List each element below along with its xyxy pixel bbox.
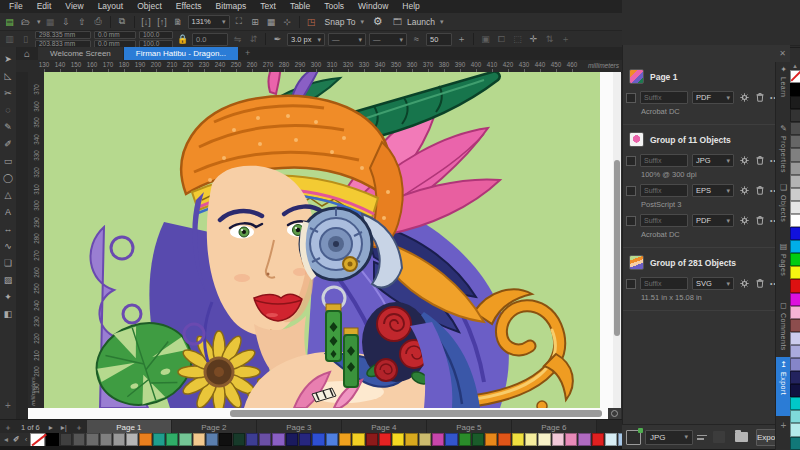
color-swatch[interactable] bbox=[432, 433, 444, 446]
first-page-button[interactable]: ＋ bbox=[0, 420, 16, 434]
color-swatch[interactable] bbox=[790, 279, 800, 292]
right-no-color-swatch[interactable] bbox=[790, 70, 800, 83]
object-size-fields[interactable]: 298.335 mm 203.833 mm bbox=[35, 31, 91, 48]
color-swatch[interactable] bbox=[790, 135, 800, 148]
options-icon[interactable]: ◳ bbox=[305, 16, 318, 28]
ruler-corner[interactable] bbox=[16, 60, 28, 72]
color-swatch[interactable] bbox=[379, 433, 391, 446]
color-swatch[interactable] bbox=[100, 433, 112, 446]
palette-prev-icon[interactable]: ‹ bbox=[23, 435, 30, 444]
view-grid-icon[interactable]: ▦ bbox=[265, 16, 278, 28]
color-swatch[interactable] bbox=[578, 433, 590, 446]
color-swatch[interactable] bbox=[790, 96, 800, 109]
color-swatch[interactable] bbox=[485, 433, 497, 446]
palette-eyedropper-icon[interactable]: ✐ bbox=[11, 435, 22, 444]
line-style-select[interactable]: —▾ bbox=[328, 33, 366, 46]
color-swatch[interactable] bbox=[445, 433, 457, 446]
cloud-download-icon[interactable]: ⇩ bbox=[60, 16, 73, 28]
center-dialog-icon[interactable]: ✛ bbox=[527, 33, 540, 45]
color-swatch[interactable] bbox=[246, 433, 258, 446]
color-swatch[interactable] bbox=[790, 201, 800, 214]
menu-view[interactable]: View bbox=[58, 0, 90, 13]
color-swatch[interactable] bbox=[790, 83, 800, 96]
align-pixels-icon[interactable]: ⊹ bbox=[281, 16, 294, 28]
outline-width-select[interactable]: 3.0 px▾ bbox=[287, 33, 325, 46]
format-settings-gear-icon[interactable] bbox=[738, 92, 750, 104]
mirror-vertical-icon[interactable]: ⇵ bbox=[247, 33, 260, 45]
page-tab-page-2[interactable]: Page 2 bbox=[172, 420, 257, 434]
page-tab-page-6[interactable]: Page 6 bbox=[512, 420, 597, 434]
artistic-media-tool[interactable]: ✐ bbox=[1, 136, 15, 152]
zoom-level-select[interactable]: 131%▾ bbox=[188, 15, 230, 29]
home-icon[interactable]: ⌂ bbox=[16, 47, 38, 60]
export-icon[interactable]: [↑] bbox=[156, 16, 169, 28]
color-swatch[interactable] bbox=[60, 433, 72, 446]
color-swatch[interactable] bbox=[193, 433, 205, 446]
suffix-input[interactable] bbox=[640, 184, 688, 197]
vertical-scrollbar[interactable] bbox=[613, 72, 621, 408]
color-swatch[interactable] bbox=[86, 433, 98, 446]
drawing-canvas[interactable] bbox=[44, 72, 600, 408]
format-select[interactable]: EPS▾ bbox=[692, 184, 734, 197]
text-tool[interactable]: A bbox=[1, 204, 15, 220]
new-tab-button[interactable]: + bbox=[239, 47, 256, 60]
color-swatch[interactable] bbox=[392, 433, 404, 446]
mirror-horizontal-icon[interactable]: ⇋ bbox=[231, 33, 244, 45]
align-icon[interactable]: ▣ bbox=[479, 33, 492, 45]
tab-welcome-screen[interactable]: Welcome Screen bbox=[38, 47, 123, 60]
group-icon[interactable]: ⬚ bbox=[511, 33, 524, 45]
scale-fields[interactable]: 100.0 100.0 bbox=[139, 31, 173, 48]
lock-ratio-icon[interactable]: 🔒 bbox=[176, 33, 189, 45]
palette-scroll-left-icon[interactable]: ◂ bbox=[2, 435, 10, 444]
shape-tool[interactable]: ◺ bbox=[1, 68, 15, 84]
format-settings-gear-icon[interactable] bbox=[738, 185, 750, 197]
zoom-corner-button[interactable] bbox=[608, 408, 621, 419]
smoothing-increase-icon[interactable]: ＋ bbox=[455, 33, 468, 45]
color-swatch[interactable] bbox=[512, 433, 524, 446]
color-swatch[interactable] bbox=[219, 433, 231, 446]
color-swatch[interactable] bbox=[352, 433, 364, 446]
add-docker-tab-button[interactable]: + bbox=[781, 420, 787, 431]
page-tab-page-5[interactable]: Page 5 bbox=[427, 420, 512, 434]
vertical-scrollbar-handle[interactable] bbox=[614, 160, 620, 336]
color-swatch[interactable] bbox=[790, 253, 800, 266]
color-swatch[interactable] bbox=[73, 433, 85, 446]
color-swatch[interactable] bbox=[790, 214, 800, 227]
format-settings-gear-icon[interactable] bbox=[738, 155, 750, 167]
color-swatch[interactable] bbox=[790, 227, 800, 240]
publish-pdf-icon[interactable]: 🗎 bbox=[172, 16, 185, 28]
delete-format-trash-icon[interactable] bbox=[754, 92, 766, 104]
menu-bitmaps[interactable]: Bitmaps bbox=[209, 0, 254, 13]
color-swatch[interactable] bbox=[790, 175, 800, 188]
footer-format-select[interactable]: JPG▾ bbox=[645, 430, 693, 445]
color-swatch[interactable] bbox=[233, 433, 245, 446]
arrow-style-select[interactable]: —▾ bbox=[369, 33, 407, 46]
export-item-checkbox[interactable] bbox=[626, 186, 636, 196]
color-swatch[interactable] bbox=[206, 433, 218, 446]
export-options-icon[interactable] bbox=[697, 431, 709, 443]
delete-format-trash-icon[interactable] bbox=[754, 215, 766, 227]
toolbox-add-button[interactable]: + bbox=[0, 400, 16, 411]
color-swatch[interactable] bbox=[790, 410, 800, 423]
page-orientation-icon[interactable]: ▯ bbox=[19, 33, 32, 45]
shadow-tool[interactable]: ❏ bbox=[1, 255, 15, 271]
open-icon[interactable]: 🗁 bbox=[19, 16, 32, 28]
interactive-fill-tool[interactable]: ◧ bbox=[1, 306, 15, 322]
color-swatch[interactable] bbox=[139, 433, 151, 446]
color-swatch[interactable] bbox=[472, 433, 484, 446]
color-swatch[interactable] bbox=[299, 433, 311, 446]
color-swatch[interactable] bbox=[179, 433, 191, 446]
color-swatch[interactable] bbox=[326, 433, 338, 446]
menu-help[interactable]: Help bbox=[395, 0, 426, 13]
color-swatch[interactable] bbox=[790, 188, 800, 201]
color-swatch[interactable] bbox=[525, 433, 537, 446]
view-rulers-icon[interactable]: ⊞ bbox=[249, 16, 262, 28]
format-settings-gear-icon[interactable] bbox=[738, 215, 750, 227]
color-swatch[interactable] bbox=[790, 122, 800, 135]
docker-close-icon[interactable]: ✕ bbox=[775, 49, 790, 58]
color-swatch[interactable] bbox=[565, 433, 577, 446]
color-swatch[interactable] bbox=[272, 433, 284, 446]
levels-icon[interactable]: ⇅ bbox=[543, 33, 556, 45]
color-swatch[interactable] bbox=[790, 162, 800, 175]
settings-gear-icon[interactable]: ⚙ bbox=[371, 16, 384, 28]
